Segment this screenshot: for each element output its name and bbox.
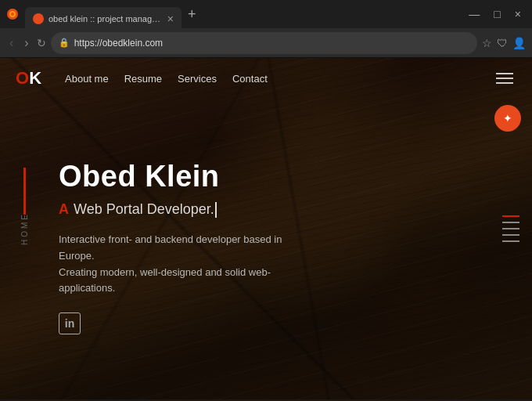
close-window-button[interactable]: ×: [510, 6, 526, 22]
nav-resume[interactable]: Resume: [124, 73, 162, 85]
firefox-icon: [6, 8, 19, 20]
site-logo: O K: [16, 68, 41, 89]
nav-services[interactable]: Services: [178, 73, 217, 85]
tab-bar: obed klein :: project manager | × + — □ …: [0, 0, 532, 28]
hero-section: Obed Klein A Web Portal Developer. Inter…: [59, 160, 309, 334]
website: O K About me Resume Services Contact ✦ H…: [0, 58, 532, 399]
hero-description: Interactive front- and backend developer…: [59, 232, 309, 297]
float-icon: ✦: [503, 112, 512, 125]
logo-k: K: [29, 68, 41, 89]
subtitle-text: Web Portal Developer.: [74, 201, 214, 218]
nav-about[interactable]: About me: [65, 73, 109, 85]
hero-desc-line2: Creating modern, well-designed and solid…: [59, 266, 271, 294]
scroll-indicator: [502, 215, 519, 242]
scroll-dot-2[interactable]: [502, 222, 519, 223]
left-accent-line: [23, 168, 26, 215]
home-side-label: HOME: [20, 212, 29, 245]
forward-button[interactable]: ›: [21, 34, 31, 52]
site-nav: O K About me Resume Services Contact: [0, 58, 532, 99]
browser-chrome: obed klein :: project manager | × + — □ …: [0, 0, 532, 58]
profile-icon[interactable]: 👤: [512, 37, 526, 49]
window-controls: — □ ×: [464, 6, 526, 22]
scroll-dot-4[interactable]: [502, 234, 519, 236]
float-action-button[interactable]: ✦: [494, 105, 521, 132]
scroll-dot-1[interactable]: [502, 215, 519, 217]
minimize-button[interactable]: —: [464, 6, 484, 22]
url-bar[interactable]: 🔒 https://obedklein.com: [51, 32, 477, 54]
shield-icon[interactable]: 🛡: [497, 37, 508, 49]
hamburger-menu[interactable]: [493, 70, 516, 87]
nav-links: About me Resume Services Contact: [65, 73, 268, 85]
svg-point-2: [11, 13, 14, 16]
active-tab[interactable]: obed klein :: project manager | ×: [25, 7, 182, 31]
bookmark-icon[interactable]: ☆: [482, 37, 492, 49]
subtitle-accent: A: [59, 201, 69, 218]
address-bar: ‹ › ↻ 🔒 https://obedklein.com ☆ 🛡 👤: [0, 28, 532, 58]
scroll-dot-3[interactable]: [502, 228, 519, 229]
tab-title: obed klein :: project manager |: [49, 14, 163, 23]
hamburger-line-3: [496, 82, 513, 84]
reload-button[interactable]: ↻: [37, 37, 46, 49]
lock-icon: 🔒: [59, 38, 70, 48]
url-text: https://obedklein.com: [74, 38, 469, 49]
linkedin-label: in: [65, 317, 74, 330]
tab-close-button[interactable]: ×: [167, 13, 174, 25]
tab-favicon: [33, 13, 44, 24]
new-tab-button[interactable]: +: [188, 7, 196, 21]
text-cursor: [215, 202, 217, 218]
nav-contact[interactable]: Contact: [232, 73, 268, 85]
scroll-dot-5[interactable]: [502, 240, 519, 242]
hero-desc-line1: Interactive front- and backend developer…: [59, 233, 282, 262]
hamburger-line-1: [496, 73, 513, 74]
maximize-button[interactable]: □: [489, 6, 505, 22]
hero-subtitle: A Web Portal Developer.: [59, 201, 309, 218]
hamburger-line-2: [496, 78, 513, 79]
hero-name: Obed Klein: [59, 160, 309, 193]
back-button[interactable]: ‹: [6, 34, 16, 52]
logo-o: O: [16, 68, 29, 89]
extension-icons: ☆ 🛡 👤: [482, 37, 526, 49]
linkedin-button[interactable]: in: [59, 312, 81, 334]
